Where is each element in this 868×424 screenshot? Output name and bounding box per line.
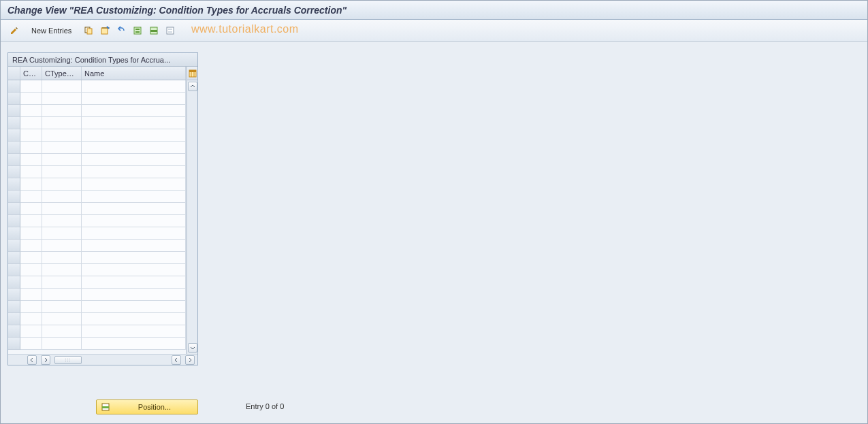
cell-name[interactable] xyxy=(82,142,186,154)
table-row[interactable] xyxy=(8,215,186,227)
cell-ctypecor[interactable] xyxy=(42,105,82,117)
cell-ctypecor[interactable] xyxy=(42,129,82,142)
cell-name[interactable] xyxy=(82,301,186,313)
cell-ctypecor[interactable] xyxy=(42,276,82,289)
cell-co[interactable] xyxy=(20,178,42,191)
table-row[interactable] xyxy=(8,117,186,129)
row-selector[interactable] xyxy=(8,215,20,227)
cell-co[interactable] xyxy=(20,289,42,301)
cell-ctypecor[interactable] xyxy=(42,178,82,191)
scroll-thumb[interactable]: ::: xyxy=(54,356,82,364)
table-row[interactable] xyxy=(8,313,186,325)
table-row[interactable] xyxy=(8,93,186,105)
cell-ctypecor[interactable] xyxy=(42,325,82,338)
cell-name[interactable] xyxy=(82,178,186,191)
cell-ctypecor[interactable] xyxy=(42,289,82,301)
table-row[interactable] xyxy=(8,227,186,240)
table-row[interactable] xyxy=(8,240,186,252)
grid-header-selector[interactable] xyxy=(8,67,20,80)
cell-co[interactable] xyxy=(20,301,42,313)
cell-co[interactable] xyxy=(20,264,42,276)
cell-co[interactable] xyxy=(20,105,42,117)
cell-ctypecor[interactable] xyxy=(42,154,82,166)
cell-co[interactable] xyxy=(20,129,42,142)
cell-co[interactable] xyxy=(20,166,42,178)
table-row[interactable] xyxy=(8,289,186,301)
table-row[interactable] xyxy=(8,338,186,350)
select-block-button[interactable] xyxy=(147,24,161,37)
cell-co[interactable] xyxy=(20,338,42,350)
cell-ctypecor[interactable] xyxy=(42,142,82,154)
row-selector[interactable] xyxy=(8,338,20,350)
table-row[interactable] xyxy=(8,129,186,142)
cell-name[interactable] xyxy=(82,215,186,227)
cell-name[interactable] xyxy=(82,154,186,166)
row-selector[interactable] xyxy=(8,203,20,215)
row-selector[interactable] xyxy=(8,276,20,289)
cell-ctypecor[interactable] xyxy=(42,93,82,105)
cell-name[interactable] xyxy=(82,227,186,240)
cell-co[interactable] xyxy=(20,252,42,264)
cell-name[interactable] xyxy=(82,313,186,325)
scroll-down-button[interactable] xyxy=(188,343,197,353)
cell-ctypecor[interactable] xyxy=(42,252,82,264)
cell-name[interactable] xyxy=(82,117,186,129)
cell-ctypecor[interactable] xyxy=(42,117,82,129)
cell-name[interactable] xyxy=(82,166,186,178)
row-selector[interactable] xyxy=(8,191,20,203)
cell-name[interactable] xyxy=(82,338,186,350)
cell-co[interactable] xyxy=(20,80,42,93)
cell-co[interactable] xyxy=(20,215,42,227)
cell-name[interactable] xyxy=(82,276,186,289)
select-all-button[interactable] xyxy=(131,24,144,37)
cell-name[interactable] xyxy=(82,191,186,203)
cell-co[interactable] xyxy=(20,191,42,203)
scroll-right-end-button[interactable] xyxy=(185,355,195,365)
cell-co[interactable] xyxy=(20,313,42,325)
row-selector[interactable] xyxy=(8,129,20,142)
table-row[interactable] xyxy=(8,301,186,313)
cell-ctypecor[interactable] xyxy=(42,80,82,93)
scroll-right-start-button[interactable] xyxy=(41,355,50,365)
cell-co[interactable] xyxy=(20,154,42,166)
cell-ctypecor[interactable] xyxy=(42,203,82,215)
cell-co[interactable] xyxy=(20,325,42,338)
cell-name[interactable] xyxy=(82,289,186,301)
table-row[interactable] xyxy=(8,252,186,264)
cell-co[interactable] xyxy=(20,117,42,129)
table-row[interactable] xyxy=(8,166,186,178)
cell-name[interactable] xyxy=(82,129,186,142)
table-row[interactable] xyxy=(8,276,186,289)
cell-name[interactable] xyxy=(82,93,186,105)
deselect-all-button[interactable] xyxy=(163,24,177,37)
row-selector[interactable] xyxy=(8,117,20,129)
grid-header-co[interactable]: Co... xyxy=(20,67,42,80)
row-selector[interactable] xyxy=(8,166,20,178)
cell-ctypecor[interactable] xyxy=(42,301,82,313)
table-row[interactable] xyxy=(8,203,186,215)
table-row[interactable] xyxy=(8,142,186,154)
data-grid[interactable]: Co... CTypeCor Name xyxy=(8,67,187,354)
table-row[interactable] xyxy=(8,191,186,203)
table-settings-button[interactable] xyxy=(187,67,197,80)
scroll-left-end-button[interactable] xyxy=(172,355,181,365)
cell-co[interactable] xyxy=(20,142,42,154)
cell-ctypecor[interactable] xyxy=(42,240,82,252)
table-row[interactable] xyxy=(8,80,186,93)
scroll-left-start-button[interactable] xyxy=(27,355,37,365)
row-selector[interactable] xyxy=(8,105,20,117)
cell-ctypecor[interactable] xyxy=(42,264,82,276)
row-selector[interactable] xyxy=(8,178,20,191)
table-row[interactable] xyxy=(8,178,186,191)
delete-button[interactable] xyxy=(98,24,112,37)
cell-co[interactable] xyxy=(20,203,42,215)
cell-co[interactable] xyxy=(20,93,42,105)
cell-ctypecor[interactable] xyxy=(42,166,82,178)
row-selector[interactable] xyxy=(8,289,20,301)
undo-button[interactable] xyxy=(114,24,128,37)
row-selector[interactable] xyxy=(8,264,20,276)
new-entries-button[interactable]: New Entries xyxy=(24,23,79,38)
scroll-up-button[interactable] xyxy=(188,82,197,91)
grid-header-name[interactable]: Name xyxy=(82,67,186,80)
cell-co[interactable] xyxy=(20,227,42,240)
